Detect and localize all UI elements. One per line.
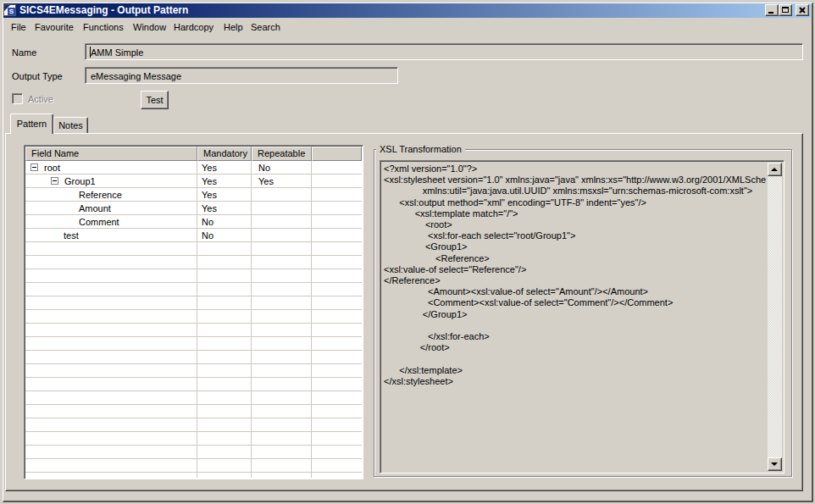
menu-search[interactable]: Search [251, 22, 280, 32]
active-checkbox[interactable] [12, 93, 23, 104]
menu-hardcopy[interactable]: Hardcopy [174, 22, 213, 32]
field-name-cell: Group1 [64, 176, 96, 186]
column-header-mandatory[interactable]: Mandatory [197, 147, 252, 161]
repeatable-cell: Yes [258, 176, 274, 186]
window-title: SICS4EMessaging - Output Pattern [19, 4, 188, 16]
xsl-groupbox-label: XSL Transformation [376, 144, 465, 154]
app-icon: S [3, 4, 16, 16]
table-row[interactable]: Comment No [25, 215, 362, 229]
arrow-down-icon [771, 462, 778, 466]
close-button[interactable] [796, 4, 809, 16]
mandatory-cell: Yes [202, 163, 217, 173]
mandatory-cell: No [202, 217, 213, 227]
output-type-label: Output Type [12, 71, 63, 81]
scroll-up-button[interactable] [768, 163, 782, 176]
close-icon [798, 6, 807, 14]
field-name-cell: root [44, 163, 60, 173]
field-table: Field Name Mandatory Repeatable root Yes… [24, 145, 363, 479]
minimize-icon [768, 12, 773, 14]
table-row[interactable]: Amount Yes [25, 202, 362, 215]
field-name-cell: Reference [79, 190, 122, 200]
field-name-cell: Comment [79, 217, 119, 227]
menu-help[interactable]: Help [224, 22, 243, 32]
name-value: AMM Simple [91, 47, 143, 58]
name-field[interactable]: AMM Simple [85, 43, 803, 60]
menu-window[interactable]: Window [133, 22, 166, 32]
maximize-button[interactable] [779, 4, 792, 16]
test-button[interactable]: Test [141, 91, 169, 109]
arrow-up-icon [771, 168, 778, 171]
output-type-field[interactable]: eMessaging Message [85, 67, 398, 84]
mandatory-cell: Yes [202, 190, 217, 200]
output-type-value: eMessaging Message [91, 71, 181, 81]
pattern-tab-panel: Field Name Mandatory Repeatable root Yes… [5, 133, 803, 491]
field-name-cell: test [64, 230, 79, 241]
table-row[interactable]: root Yes No [25, 161, 362, 174]
column-header-repeatable[interactable]: Repeatable [252, 147, 312, 161]
maximize-icon [782, 7, 789, 13]
table-row[interactable]: test No [25, 229, 362, 242]
vertical-scrollbar[interactable] [768, 163, 782, 471]
xsl-textarea[interactable]: <?xml version="1.0"?> <xsl:stylesheet ve… [380, 160, 785, 474]
field-name-cell: Amount [79, 203, 111, 213]
app-window: S SICS4EMessaging - Output Pattern File … [0, 0, 815, 504]
tab-notes[interactable]: Notes [53, 117, 88, 133]
xsl-transformation-groupbox: <?xml version="1.0"?> <xsl:stylesheet ve… [374, 149, 792, 477]
table-row[interactable]: Reference Yes [25, 188, 362, 202]
collapse-icon[interactable] [51, 177, 58, 185]
table-row[interactable]: Group1 Yes Yes [25, 174, 362, 188]
scroll-down-button[interactable] [768, 457, 782, 471]
minimize-button[interactable] [765, 4, 779, 16]
column-header-field-name[interactable]: Field Name [25, 147, 197, 161]
repeatable-cell: No [258, 163, 270, 173]
table-body: root Yes No Group1 Yes Yes Reference Yes… [25, 161, 362, 478]
name-label: Name [12, 47, 36, 58]
xsl-content: <?xml version="1.0"?> <xsl:stylesheet ve… [384, 163, 766, 471]
active-label: Active [28, 94, 53, 104]
mandatory-cell: Yes [202, 203, 217, 213]
column-header-blank[interactable] [312, 147, 362, 161]
menu-functions[interactable]: Functions [83, 22, 124, 32]
collapse-icon[interactable] [30, 163, 38, 171]
tab-pattern[interactable]: Pattern [10, 114, 53, 134]
menu-bar: File Favourite Functions Window Hardcopy… [3, 19, 811, 35]
title-bar[interactable]: S SICS4EMessaging - Output Pattern [3, 3, 811, 18]
table-header: Field Name Mandatory Repeatable [25, 147, 362, 161]
mandatory-cell: No [202, 230, 213, 241]
menu-favourite[interactable]: Favourite [35, 22, 74, 32]
menu-file[interactable]: File [11, 22, 26, 32]
mandatory-cell: Yes [202, 176, 217, 186]
